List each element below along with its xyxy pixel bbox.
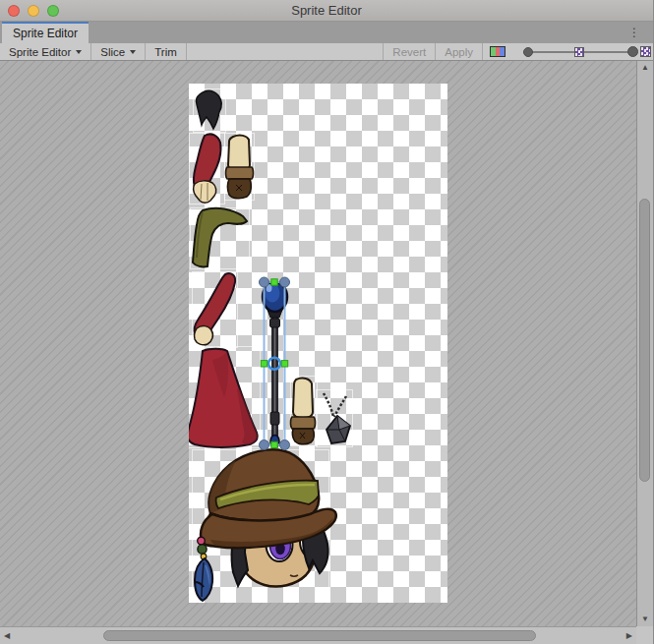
sprite-character-head[interactable]: [195, 449, 336, 601]
vertical-scrollbar[interactable]: ▲ ▼: [636, 61, 653, 626]
sprite-sheet-svg: [189, 84, 447, 603]
sprite-green-cape[interactable]: [193, 208, 247, 267]
mode-dropdown-label: Sprite Editor: [9, 46, 71, 58]
sprite-boot-2[interactable]: [291, 379, 316, 444]
canvas-area: ▲ ▼ ◀ ▶: [0, 61, 653, 644]
window-title: Sprite Editor: [0, 0, 653, 22]
sprite-editor-mode-dropdown[interactable]: Sprite Editor: [0, 43, 91, 60]
toolbar-right-group: Revert Apply: [383, 43, 653, 60]
titlebar: Sprite Editor: [0, 0, 653, 22]
sprite-red-sleeve-hand[interactable]: [194, 134, 221, 203]
apply-button[interactable]: Apply: [436, 43, 483, 60]
slice-dropdown-label: Slice: [100, 46, 125, 58]
scroll-right-icon[interactable]: ▶: [626, 632, 632, 640]
revert-button-label: Revert: [392, 46, 426, 58]
tab-sprite-editor[interactable]: Sprite Editor: [2, 22, 89, 43]
apply-button-label: Apply: [445, 46, 473, 58]
horizontal-scrollbar[interactable]: ◀ ▶: [0, 626, 636, 644]
trim-button-label: Trim: [154, 46, 177, 58]
scrollbar-corner: [636, 626, 653, 644]
sprite-editor-window: Sprite Editor Sprite Editor ⋮ Sprite Edi…: [0, 0, 654, 644]
texture-viewport[interactable]: [0, 61, 636, 626]
overflow-menu-icon[interactable]: ⋮: [628, 22, 640, 43]
slice-dropdown[interactable]: Slice: [91, 43, 146, 60]
dropdown-arrow-icon: [130, 50, 136, 54]
scroll-left-icon[interactable]: ◀: [4, 632, 10, 640]
dropdown-arrow-icon: [76, 50, 82, 54]
sprite-hair-tuft[interactable]: [196, 90, 221, 129]
color-channel-toggle-button[interactable]: [483, 43, 512, 60]
revert-button[interactable]: Revert: [383, 43, 436, 60]
zoom-and-mip-sliders: [518, 43, 653, 60]
trim-button[interactable]: Trim: [146, 43, 187, 60]
scroll-up-icon[interactable]: ▲: [641, 64, 649, 72]
tab-label: Sprite Editor: [13, 27, 78, 40]
scroll-down-icon[interactable]: ▼: [641, 615, 649, 623]
tab-bar: Sprite Editor ⋮: [0, 22, 653, 43]
sprite-sheet-texture[interactable]: [189, 84, 447, 603]
mip-slider-thumb[interactable]: [627, 46, 638, 57]
toolbar: Sprite Editor Slice Trim Revert Apply: [0, 43, 653, 61]
vertical-scrollbar-thumb[interactable]: [639, 199, 650, 482]
mip-checker-icon: [574, 47, 584, 57]
mip-checker-icon-large: [640, 46, 651, 57]
sprite-boot-1[interactable]: [226, 136, 254, 199]
horizontal-scrollbar-thumb[interactable]: [103, 630, 536, 641]
sprite-red-sleeve-2[interactable]: [195, 273, 236, 345]
sprite-red-robe[interactable]: [189, 349, 258, 447]
rgb-stripes-icon: [490, 46, 505, 57]
zoom-slider-thumb[interactable]: [523, 47, 533, 57]
sprite-amulet[interactable]: [324, 393, 350, 443]
